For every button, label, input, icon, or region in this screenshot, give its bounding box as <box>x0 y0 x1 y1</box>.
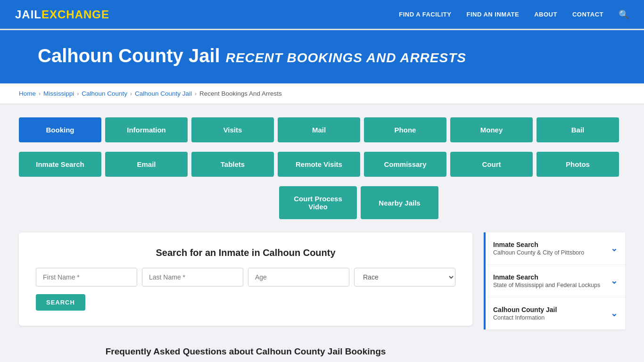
nav-btn-information[interactable]: Information <box>105 117 188 142</box>
nav-btn-booking[interactable]: Booking <box>19 117 101 142</box>
nav-btn-tablets[interactable]: Tablets <box>191 152 274 177</box>
breadcrumb: Home › Mississippi › Calhoun County › Ca… <box>19 90 625 97</box>
breadcrumb-county[interactable]: Calhoun County <box>82 90 127 97</box>
nav-btn-court[interactable]: Court <box>450 152 533 177</box>
main-wrapper: BookingInformationVisitsMailPhoneMoneyBa… <box>0 104 644 362</box>
nav-btn-email[interactable]: Email <box>105 152 188 177</box>
chevron-down-icon: ⌄ <box>611 308 618 319</box>
breadcrumb-jail[interactable]: Calhoun County Jail <box>135 90 192 97</box>
sidebar-card: Inmate Search Calhoun County & City of P… <box>484 232 625 329</box>
nav-find-facility[interactable]: FIND A FACILITY <box>399 11 451 18</box>
nav-btn-inmate-search[interactable]: Inmate Search <box>19 152 101 177</box>
nav-buttons-row1: BookingInformationVisitsMailPhoneMoneyBa… <box>19 117 625 142</box>
sidebar-title-contact-info: Calhoun County Jail <box>493 306 611 313</box>
search-form: RaceWhiteBlackHispanicAsianOther <box>36 268 455 287</box>
breadcrumb-home[interactable]: Home <box>19 90 36 97</box>
search-button[interactable]: SEARCH <box>36 294 85 311</box>
sidebar-title-inmate-search-local: Inmate Search <box>493 241 611 248</box>
nav-buttons-row3: Court Process VideoNearby Jails <box>92 186 625 219</box>
nav-btn-nearby-jails[interactable]: Nearby Jails <box>361 186 438 219</box>
first-name-input[interactable] <box>36 268 137 287</box>
nav-btn-phone[interactable]: Phone <box>364 117 446 142</box>
search-title: Search for an Inmate in Calhoun County <box>36 247 455 258</box>
breadcrumb-current: Recent Bookings And Arrests <box>199 90 282 97</box>
nav-buttons-row2: Inmate SearchEmailTabletsRemote VisitsCo… <box>19 152 625 177</box>
sidebar-subtitle-inmate-search-state: State of Mississippi and Federal Lockups <box>493 282 611 288</box>
faq-heading: Frequently Asked Questions about Calhoun… <box>19 339 472 359</box>
chevron-down-icon: ⌄ <box>611 243 618 254</box>
race-select[interactable]: RaceWhiteBlackHispanicAsianOther <box>354 268 455 287</box>
nav-btn-court-process-video[interactable]: Court Process Video <box>279 186 357 219</box>
nav-about[interactable]: ABOUT <box>534 11 557 18</box>
nav-btn-money[interactable]: Money <box>450 117 533 142</box>
last-name-input[interactable] <box>142 268 243 287</box>
breadcrumb-bar: Home › Mississippi › Calhoun County › Ca… <box>0 83 644 104</box>
sep-1: › <box>39 90 41 97</box>
sep-3: › <box>130 90 132 97</box>
main-panel: Search for an Inmate in Calhoun County R… <box>19 232 472 359</box>
sidebar-item-inmate-search-state[interactable]: Inmate Search State of Mississippi and F… <box>486 265 625 297</box>
sep-2: › <box>77 90 79 97</box>
logo-jail: JAIL <box>15 8 41 21</box>
search-icon[interactable]: 🔍 <box>619 9 629 20</box>
sidebar-item-inmate-search-local[interactable]: Inmate Search Calhoun County & City of P… <box>486 232 625 265</box>
search-card: Search for an Inmate in Calhoun County R… <box>19 232 472 326</box>
sidebar-item-contact-info[interactable]: Calhoun County Jail Contact Information … <box>486 297 625 329</box>
nav-find-inmate[interactable]: FIND AN INMATE <box>466 11 519 18</box>
breadcrumb-state[interactable]: Mississippi <box>43 90 74 97</box>
nav-links: FIND A FACILITY FIND AN INMATE ABOUT CON… <box>399 9 629 20</box>
nav-btn-mail[interactable]: Mail <box>278 117 360 142</box>
sidebar-title-inmate-search-state: Inmate Search <box>493 273 611 281</box>
sidebar: Inmate Search Calhoun County & City of P… <box>484 232 625 359</box>
sidebar-subtitle-contact-info: Contact Information <box>493 314 611 321</box>
nav-btn-photos[interactable]: Photos <box>537 152 619 177</box>
nav-btn-visits[interactable]: Visits <box>191 117 274 142</box>
nav-btn-commissary[interactable]: Commissary <box>364 152 446 177</box>
age-input[interactable] <box>248 268 349 287</box>
sidebar-subtitle-inmate-search-local: Calhoun County & City of Pittsboro <box>493 249 611 256</box>
logo[interactable]: JAILEXCHANGE <box>15 8 109 21</box>
navbar: JAILEXCHANGE FIND A FACILITY FIND AN INM… <box>0 0 644 30</box>
sep-4: › <box>195 90 197 97</box>
hero-section: Calhoun County Jail RECENT BOOKINGS AND … <box>0 30 644 83</box>
page-title: Calhoun County Jail RECENT BOOKINGS AND … <box>38 45 606 66</box>
chevron-down-icon: ⌄ <box>611 276 618 286</box>
nav-btn-bail[interactable]: Bail <box>537 117 619 142</box>
nav-btn-remote-visits[interactable]: Remote Visits <box>278 152 360 177</box>
nav-contact[interactable]: CONTACT <box>572 11 603 18</box>
content-area: Search for an Inmate in Calhoun County R… <box>19 232 625 359</box>
logo-exchange: EXCHANGE <box>41 8 109 21</box>
